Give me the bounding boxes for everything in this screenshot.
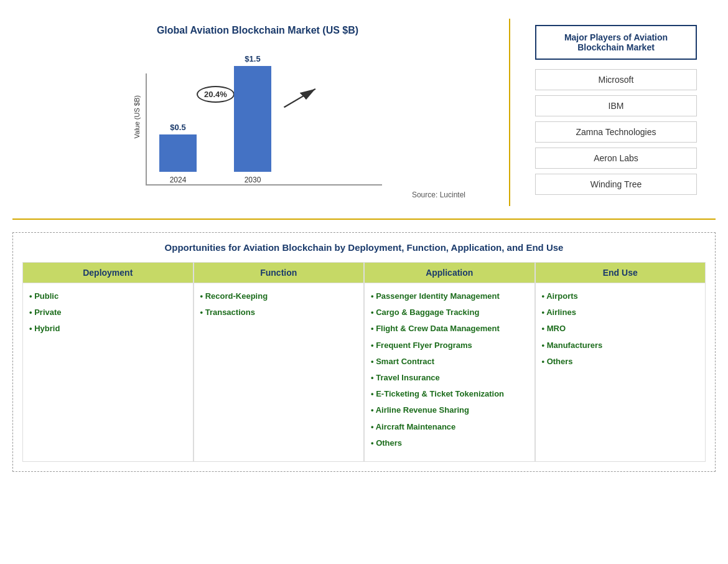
player-item-zamna: Zamna Technologies bbox=[535, 121, 697, 143]
players-title: Major Players of Aviation Blockchain Mar… bbox=[535, 25, 697, 60]
app-item-4: Smart Contract bbox=[371, 356, 528, 367]
function-content: Record-Keeping Transactions bbox=[194, 283, 364, 461]
application-column: Application Passenger Identity Managemen… bbox=[364, 262, 535, 462]
function-header: Function bbox=[194, 263, 364, 283]
deployment-item-hybrid: Hybrid bbox=[29, 323, 187, 334]
main-container: Global Aviation Blockchain Market (US $B… bbox=[12, 12, 716, 478]
y-axis-label: Value (US $B) bbox=[133, 95, 141, 139]
svg-line-1 bbox=[284, 89, 315, 108]
app-item-9: Others bbox=[371, 438, 528, 449]
chart-wrapper: Value (US $B) bbox=[133, 49, 382, 186]
bar-group-2030: $1.5 2030 bbox=[234, 54, 271, 184]
bar-2024 bbox=[159, 134, 197, 172]
bar-group-2024: $0.5 2024 bbox=[159, 123, 197, 184]
app-item-3: Frequent Flyer Programs bbox=[371, 340, 528, 351]
horizontal-divider bbox=[12, 219, 716, 220]
app-item-5: Travel Insurance bbox=[371, 372, 528, 383]
app-item-8: Aircraft Maintenance bbox=[371, 421, 528, 433]
player-item-winding: Winding Tree bbox=[535, 174, 697, 195]
deployment-content: Public Private Hybrid bbox=[23, 283, 193, 461]
deployment-column: Deployment Public Private Hybrid bbox=[22, 262, 194, 462]
bars-container: 20.4% $0.5 2024 $1.5 2030 bbox=[146, 73, 382, 186]
opportunities-title: Opportunities for Aviation Blockchain by… bbox=[22, 242, 706, 253]
player-item-aeron: Aeron Labs bbox=[535, 148, 697, 169]
opportunities-section: Opportunities for Aviation Blockchain by… bbox=[12, 232, 716, 472]
deployment-item-private: Private bbox=[29, 307, 187, 318]
application-content: Passenger Identity Management Cargo & Ba… bbox=[365, 283, 534, 461]
enduse-item-mro: MRO bbox=[542, 323, 699, 334]
function-item-recordkeeping: Record-Keeping bbox=[200, 291, 358, 302]
app-item-7: Airline Revenue Sharing bbox=[371, 405, 528, 416]
cagr-annotation: 20.4% bbox=[197, 86, 235, 103]
app-item-0: Passenger Identity Management bbox=[371, 291, 528, 302]
chart-inner: 20.4% $0.5 2024 $1.5 2030 bbox=[146, 73, 382, 186]
bar-label-2030: 2030 bbox=[245, 176, 261, 184]
bar-label-2024: 2024 bbox=[170, 176, 187, 184]
enduse-column: End Use Airports Airlines MRO Manufactur… bbox=[535, 262, 706, 462]
deployment-header: Deployment bbox=[23, 263, 193, 283]
bar-2030 bbox=[234, 66, 271, 172]
enduse-item-manufacturers: Manufacturers bbox=[542, 340, 699, 351]
enduse-item-airports: Airports bbox=[542, 291, 699, 302]
enduse-item-others: Others bbox=[542, 356, 699, 367]
application-header: Application bbox=[365, 263, 534, 283]
app-item-1: Cargo & Baggage Tracking bbox=[371, 307, 528, 318]
top-section: Global Aviation Blockchain Market (US $B… bbox=[12, 12, 716, 212]
columns-grid: Deployment Public Private Hybrid Functio… bbox=[22, 262, 706, 462]
chart-title: Global Aviation Blockchain Market (US $B… bbox=[157, 25, 358, 36]
vertical-divider bbox=[509, 19, 510, 206]
app-item-2: Flight & Crew Data Management bbox=[371, 323, 528, 334]
deployment-item-public: Public bbox=[29, 291, 187, 302]
player-item-microsoft: Microsoft bbox=[535, 69, 697, 90]
enduse-content: Airports Airlines MRO Manufacturers Othe… bbox=[536, 283, 706, 461]
source-text: Source: Lucintel bbox=[412, 190, 465, 199]
bar-value-2024: $0.5 bbox=[170, 123, 185, 132]
players-section: Major Players of Aviation Blockchain Mar… bbox=[529, 19, 703, 206]
function-item-transactions: Transactions bbox=[200, 307, 358, 318]
app-item-6: E-Ticketing & Ticket Tokenization bbox=[371, 388, 528, 400]
function-column: Function Record-Keeping Transactions bbox=[194, 262, 365, 462]
player-item-ibm: IBM bbox=[535, 95, 697, 116]
chart-area: Global Aviation Blockchain Market (US $B… bbox=[25, 19, 490, 206]
cagr-bubble: 20.4% bbox=[197, 86, 235, 103]
bar-value-2030: $1.5 bbox=[245, 54, 260, 63]
enduse-item-airlines: Airlines bbox=[542, 307, 699, 318]
enduse-header: End Use bbox=[536, 263, 706, 283]
